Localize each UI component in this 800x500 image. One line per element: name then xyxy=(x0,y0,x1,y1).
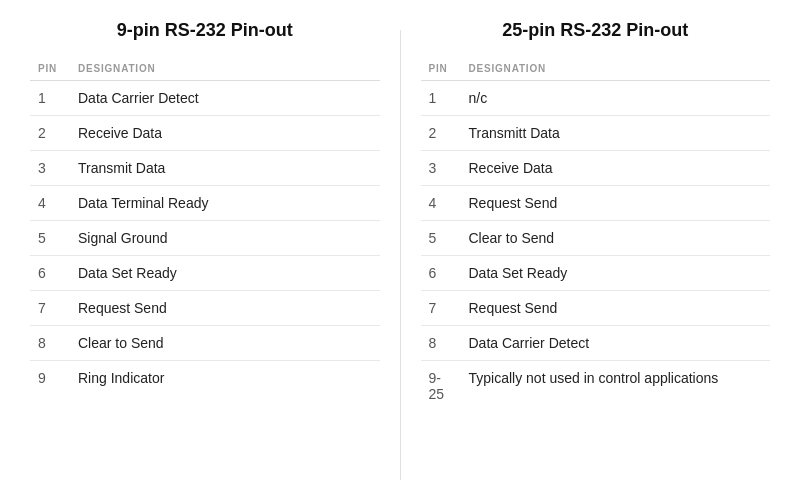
table-row: 2 Receive Data xyxy=(30,116,380,151)
page: 9-pin RS-232 Pin-out PIN DESIGNATION 1 D… xyxy=(0,0,800,500)
designation-cell: Ring Indicator xyxy=(70,361,380,396)
pin-cell: 2 xyxy=(30,116,70,151)
pin-cell: 6 xyxy=(30,256,70,291)
table-row: 9 Ring Indicator xyxy=(30,361,380,396)
designation-cell: Data Carrier Detect xyxy=(461,326,771,361)
designation-cell: Data Set Ready xyxy=(70,256,380,291)
table-row: 5 Signal Ground xyxy=(30,221,380,256)
table-row: 1 Data Carrier Detect xyxy=(30,81,380,116)
table-row: 1 n/c xyxy=(421,81,771,116)
table-row: 7 Request Send xyxy=(421,291,771,326)
table-row: 3 Transmit Data xyxy=(30,151,380,186)
left-table: PIN DESIGNATION 1 Data Carrier Detect 2 … xyxy=(30,59,380,395)
pin-cell: 1 xyxy=(421,81,461,116)
pin-cell: 9 xyxy=(30,361,70,396)
designation-cell: Transmit Data xyxy=(70,151,380,186)
right-col-designation: DESIGNATION xyxy=(461,59,771,81)
table-row: 6 Data Set Ready xyxy=(421,256,771,291)
designation-cell: Request Send xyxy=(461,186,771,221)
designation-cell: Request Send xyxy=(70,291,380,326)
pin-cell: 8 xyxy=(30,326,70,361)
right-col-pin: PIN xyxy=(421,59,461,81)
pin-cell: 1 xyxy=(30,81,70,116)
left-section: 9-pin RS-232 Pin-out PIN DESIGNATION 1 D… xyxy=(10,20,400,490)
table-row: 4 Data Terminal Ready xyxy=(30,186,380,221)
table-row: 5 Clear to Send xyxy=(421,221,771,256)
table-row: 8 Clear to Send xyxy=(30,326,380,361)
table-row: 9-25 Typically not used in control appli… xyxy=(421,361,771,412)
pin-cell: 8 xyxy=(421,326,461,361)
designation-cell: Typically not used in control applicatio… xyxy=(461,361,771,412)
pin-cell: 5 xyxy=(421,221,461,256)
table-row: 8 Data Carrier Detect xyxy=(421,326,771,361)
designation-cell: Signal Ground xyxy=(70,221,380,256)
right-title: 25-pin RS-232 Pin-out xyxy=(421,20,771,41)
right-section: 25-pin RS-232 Pin-out PIN DESIGNATION 1 … xyxy=(401,20,791,490)
designation-cell: Clear to Send xyxy=(70,326,380,361)
designation-cell: Data Set Ready xyxy=(461,256,771,291)
pin-cell: 7 xyxy=(421,291,461,326)
table-row: 2 Transmitt Data xyxy=(421,116,771,151)
left-col-designation: DESIGNATION xyxy=(70,59,380,81)
pin-cell: 6 xyxy=(421,256,461,291)
table-row: 4 Request Send xyxy=(421,186,771,221)
designation-cell: Receive Data xyxy=(70,116,380,151)
designation-cell: Clear to Send xyxy=(461,221,771,256)
pin-cell: 5 xyxy=(30,221,70,256)
left-col-pin: PIN xyxy=(30,59,70,81)
designation-cell: Transmitt Data xyxy=(461,116,771,151)
table-row: 3 Receive Data xyxy=(421,151,771,186)
table-row: 6 Data Set Ready xyxy=(30,256,380,291)
pin-cell: 9-25 xyxy=(421,361,461,412)
designation-cell: Data Terminal Ready xyxy=(70,186,380,221)
designation-cell: n/c xyxy=(461,81,771,116)
pin-cell: 7 xyxy=(30,291,70,326)
pin-cell: 4 xyxy=(30,186,70,221)
pin-cell: 2 xyxy=(421,116,461,151)
table-row: 7 Request Send xyxy=(30,291,380,326)
right-table: PIN DESIGNATION 1 n/c 2 Transmitt Data 3… xyxy=(421,59,771,411)
pin-cell: 4 xyxy=(421,186,461,221)
pin-cell: 3 xyxy=(421,151,461,186)
left-title: 9-pin RS-232 Pin-out xyxy=(30,20,380,41)
designation-cell: Receive Data xyxy=(461,151,771,186)
pin-cell: 3 xyxy=(30,151,70,186)
designation-cell: Data Carrier Detect xyxy=(70,81,380,116)
designation-cell: Request Send xyxy=(461,291,771,326)
